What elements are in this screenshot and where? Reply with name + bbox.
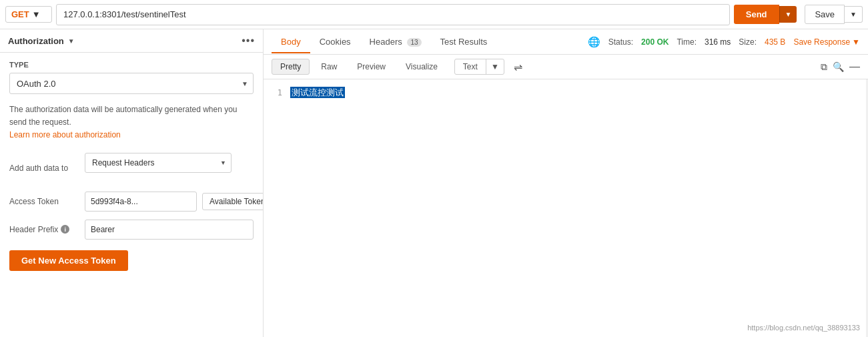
format-preview-button[interactable]: Preview [348, 59, 394, 75]
headers-badge: 13 [407, 38, 421, 47]
code-line-1: 1 测试流控测试 [264, 86, 868, 99]
learn-more-link[interactable]: Learn more about authorization [9, 130, 121, 139]
send-button[interactable]: Send [734, 5, 779, 24]
left-panel-header: Authorization ▼ ••• [0, 29, 263, 53]
status-label: Status: [608, 37, 633, 47]
method-select[interactable]: GET ▼ [5, 6, 52, 23]
format-bar: Pretty Raw Preview Visualize Text ▼ ⇌ ⧉ … [264, 55, 868, 79]
add-auth-select[interactable]: Request Headers Request Body Query Param… [85, 153, 232, 173]
size-value: 435 B [765, 37, 785, 47]
tab-body[interactable]: Body [272, 31, 310, 53]
add-auth-select-wrap: Request Headers Request Body Query Param… [85, 153, 232, 173]
format-raw-button[interactable]: Raw [312, 59, 346, 75]
type-select-wrap: OAuth 2.0 No Auth API Key Bearer Token B… [9, 73, 254, 94]
left-panel-content: TYPE OAuth 2.0 No Auth API Key Bearer To… [0, 53, 263, 337]
time-value: 316 ms [705, 37, 731, 47]
time-label: Time: [677, 37, 697, 47]
tabs-bar: Body Cookies Headers 13 Test Results 🌐 S… [264, 29, 868, 55]
available-tokens-button[interactable]: Available Tokens ▼ [202, 193, 263, 210]
tab-cookies[interactable]: Cookies [310, 31, 360, 53]
response-text: 测试流控测试 [290, 87, 345, 98]
text-format-group: Text ▼ [454, 59, 504, 75]
copy-icon[interactable]: ⧉ [821, 61, 827, 73]
add-auth-data-label: Add auth data to [9, 163, 79, 173]
auth-dropdown-arrow-icon[interactable]: ▼ [68, 37, 75, 45]
globe-icon: 🌐 [588, 36, 600, 48]
add-auth-data-row: Add auth data to Request Headers Request… [9, 153, 254, 184]
type-section-label: TYPE [9, 61, 254, 69]
left-panel: Authorization ▼ ••• TYPE OAuth 2.0 No Au… [0, 29, 264, 337]
format-visualize-button[interactable]: Visualize [397, 59, 446, 75]
auth-label: Authorization [8, 36, 64, 46]
save-button[interactable]: Save [805, 5, 845, 24]
method-dropdown-arrow: ▼ [32, 9, 41, 19]
header-prefix-row: Header Prefix i [9, 220, 254, 240]
get-new-access-token-button[interactable]: Get New Access Token [9, 250, 128, 271]
header-prefix-info-icon[interactable]: i [61, 225, 69, 234]
top-bar: GET ▼ Send ▼ Save ▼ [0, 0, 868, 29]
save-dropdown-button[interactable]: ▼ [845, 6, 863, 23]
wrap-icon[interactable]: ⇌ [514, 61, 522, 73]
auth-info-text: The authorization data will be automatic… [9, 103, 254, 142]
save-response-arrow-icon: ▼ [852, 37, 860, 47]
access-token-label: Access Token [9, 197, 79, 206]
code-area: 1 测试流控测试 [264, 79, 868, 337]
send-btn-group: Send ▼ [734, 5, 797, 24]
status-value: 200 OK [641, 37, 669, 47]
access-token-input[interactable] [85, 192, 197, 212]
line-number-1: 1 [264, 86, 290, 99]
save-response-button[interactable]: Save Response ▼ [793, 37, 860, 47]
save-btn-group: Save ▼ [805, 5, 863, 24]
line-content-1: 测试流控测试 [290, 86, 345, 99]
url-input[interactable] [56, 4, 730, 25]
access-token-row: Access Token Available Tokens ▼ [9, 192, 254, 212]
dots-menu-button[interactable]: ••• [242, 35, 255, 47]
text-format-button[interactable]: Text [455, 59, 486, 74]
format-pretty-button[interactable]: Pretty [272, 59, 310, 75]
footer-watermark: https://blog.csdn.net/qq_38893133 [747, 324, 860, 332]
tab-test-results[interactable]: Test Results [431, 31, 497, 53]
right-panel: Body Cookies Headers 13 Test Results 🌐 S… [264, 29, 868, 337]
minimize-icon[interactable]: — [849, 61, 860, 73]
main-layout: Authorization ▼ ••• TYPE OAuth 2.0 No Au… [0, 29, 868, 337]
header-prefix-label: Header Prefix i [9, 225, 79, 234]
type-select[interactable]: OAuth 2.0 No Auth API Key Bearer Token B… [9, 73, 254, 94]
response-meta: 🌐 Status: 200 OK Time: 316 ms Size: 435 … [588, 36, 860, 48]
header-prefix-input[interactable] [85, 220, 254, 240]
send-dropdown-button[interactable]: ▼ [779, 6, 797, 23]
search-icon[interactable]: 🔍 [833, 61, 844, 72]
method-label: GET [11, 9, 29, 19]
text-format-arrow-button[interactable]: ▼ [486, 59, 504, 74]
size-label: Size: [739, 37, 757, 47]
tab-headers[interactable]: Headers 13 [360, 31, 431, 53]
